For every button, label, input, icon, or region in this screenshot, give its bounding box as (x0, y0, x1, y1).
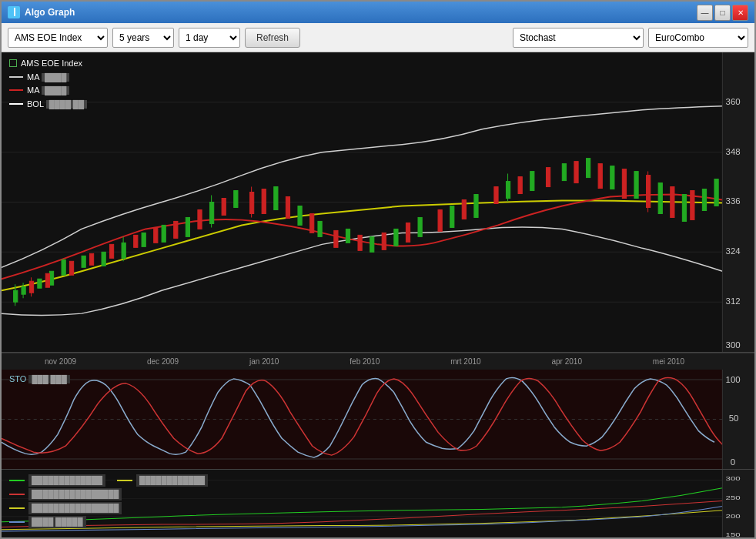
combo-legend-line1: █████████████ ████████████ (9, 474, 208, 487)
legend-bol: BOL ████ ██ (9, 98, 87, 111)
svg-rect-12 (22, 286, 25, 294)
svg-rect-50 (134, 235, 138, 247)
svg-rect-60 (358, 235, 362, 250)
svg-rect-65 (494, 187, 498, 204)
svg-rect-64 (462, 200, 466, 219)
time-label-7: mei 2010 (653, 357, 684, 366)
stoch-svg: 100 50 0 (2, 370, 754, 469)
svg-rect-40 (658, 183, 662, 214)
svg-text:324: 324 (726, 247, 741, 256)
svg-rect-20 (142, 233, 146, 246)
window-title: Algo Graph (25, 7, 75, 18)
legend-ma2: MA ████ (9, 84, 87, 97)
svg-rect-16 (62, 259, 65, 275)
svg-rect-72 (671, 187, 674, 218)
svg-rect-48 (89, 253, 93, 265)
legend-series: AMS EOE Index (9, 57, 87, 70)
svg-rect-41 (682, 195, 686, 222)
svg-text:360: 360 (726, 97, 741, 106)
close-button[interactable]: ✕ (732, 5, 748, 21)
time-axis: nov 2009 dec 2009 jan 2010 feb 2010 mrt … (2, 353, 754, 370)
svg-rect-68 (574, 162, 578, 183)
combo-legend-line2: ████████████████ (9, 488, 208, 500)
title-bar: Algo Graph — □ ✕ (2, 2, 754, 23)
svg-text:336: 336 (726, 197, 741, 206)
svg-text:100: 100 (726, 375, 741, 384)
svg-text:50: 50 (729, 414, 739, 424)
ma2-color (9, 89, 23, 91)
time-label-3: jan 2010 (249, 357, 279, 366)
stochast-chart: 100 50 0 STO ███ ███ (2, 370, 754, 470)
svg-rect-57 (286, 197, 289, 219)
svg-rect-67 (546, 168, 550, 187)
svg-rect-25 (274, 187, 278, 210)
svg-text:150: 150 (726, 531, 741, 537)
combo-legend-line3: ████████████████ (9, 502, 208, 514)
svg-text:300: 300 (726, 475, 741, 481)
ma1-color (9, 76, 23, 78)
interval-select[interactable]: 1 day 1 week 1 hour 15 min (179, 28, 240, 48)
time-label-2: dec 2009 (147, 357, 179, 366)
svg-rect-70 (622, 169, 626, 199)
stoch-legend: STO ███ ███ (9, 374, 70, 383)
title-bar-left: Algo Graph (8, 6, 75, 18)
svg-rect-59 (334, 230, 338, 247)
period-select[interactable]: 5 years 1 year 6 months 3 months (112, 28, 174, 48)
index-select[interactable]: AMS EOE Index AEX DAX S&P 500 (8, 28, 108, 48)
toolbar: AMS EOE Index AEX DAX S&P 500 5 years 1 … (2, 23, 754, 52)
time-label-5: mrt 2010 (450, 357, 480, 366)
series-color-box (9, 59, 17, 67)
svg-rect-30 (394, 229, 398, 246)
svg-text:300: 300 (726, 340, 741, 350)
svg-rect-39 (634, 172, 638, 199)
chart-legend: AMS EOE Index MA ████ MA ████ BOL ████ █… (9, 57, 87, 111)
svg-rect-47 (69, 261, 73, 275)
indicator-select[interactable]: Stochast MACD RSI Bollinger (513, 28, 644, 48)
svg-rect-69 (598, 164, 602, 189)
combo-legend-line4: ████ █████ (9, 516, 208, 528)
svg-rect-29 (370, 236, 374, 252)
svg-rect-15 (49, 271, 53, 285)
svg-rect-56 (262, 189, 266, 214)
svg-rect-36 (562, 164, 566, 181)
svg-text:250: 250 (726, 494, 741, 500)
svg-rect-3 (16, 10, 18, 16)
svg-rect-0 (9, 12, 11, 16)
svg-text:348: 348 (726, 147, 741, 156)
time-label-1: nov 2009 (45, 357, 76, 366)
svg-rect-32 (450, 206, 454, 227)
main-chart-svg: 360 348 336 324 312 300 (2, 52, 754, 352)
svg-text:312: 312 (726, 296, 741, 306)
svg-rect-18 (102, 252, 105, 266)
svg-rect-58 (310, 213, 314, 233)
combo-select[interactable]: EuroCombo AMS EOE Index Other (648, 28, 748, 48)
svg-rect-46 (45, 273, 49, 287)
svg-rect-52 (174, 221, 178, 238)
svg-rect-63 (438, 209, 442, 231)
svg-rect-31 (418, 217, 422, 236)
svg-rect-62 (406, 223, 410, 242)
svg-rect-14 (38, 279, 42, 288)
svg-rect-55 (250, 192, 254, 214)
refresh-button[interactable]: Refresh (245, 28, 300, 48)
maximize-button[interactable]: □ (714, 5, 731, 21)
bol-color (9, 103, 23, 105)
svg-rect-51 (154, 227, 158, 243)
svg-rect-17 (82, 256, 85, 267)
svg-rect-42 (702, 189, 706, 211)
bol-label: BOL ████ ██ (27, 98, 87, 111)
svg-rect-21 (162, 225, 166, 242)
minimize-button[interactable]: — (697, 5, 713, 21)
svg-rect-35 (530, 172, 534, 191)
time-label-4: feb 2010 (350, 357, 380, 366)
time-label-6: apr 2010 (551, 357, 581, 366)
svg-rect-49 (109, 244, 113, 258)
svg-rect-28 (346, 229, 350, 243)
title-controls: — □ ✕ (697, 5, 748, 21)
svg-rect-73 (691, 191, 694, 220)
svg-rect-53 (198, 209, 202, 229)
series-label: AMS EOE Index (21, 57, 82, 70)
combo-chart: 300 250 200 150 █████████████ ██████████… (2, 470, 754, 537)
main-window: Algo Graph — □ ✕ AMS EOE Index AEX DAX S… (0, 0, 756, 539)
time-labels: nov 2009 dec 2009 jan 2010 feb 2010 mrt … (9, 357, 754, 366)
